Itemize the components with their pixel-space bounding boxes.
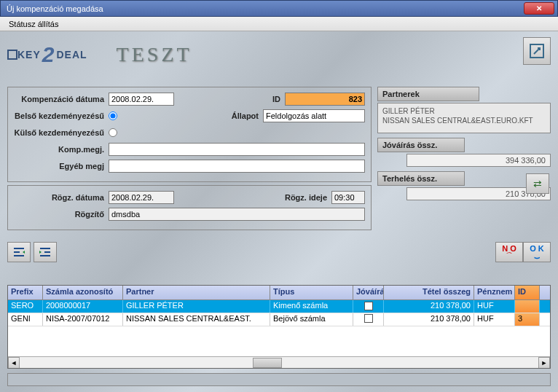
table-row[interactable]: GENINISA-2007/07012NISSAN SALES CENTRAL&… (8, 313, 550, 326)
rec-date-input (109, 191, 174, 204)
indent-left-button[interactable] (7, 242, 31, 262)
col-partner[interactable]: Partner (123, 286, 270, 299)
svg-rect-0 (8, 50, 17, 59)
status-input[interactable] (263, 109, 365, 122)
logo-row: KEY2DEAL TESZT (7, 37, 551, 72)
data-grid[interactable]: Prefix Számla azonosító Partner Típus Jó… (7, 285, 551, 369)
col-currency[interactable]: Pénznem (474, 286, 515, 299)
credit-amount: 394 336,00 (406, 154, 551, 167)
id-input[interactable] (285, 93, 365, 106)
statusbar (7, 373, 551, 386)
col-amount[interactable]: Tétel összeg (384, 286, 474, 299)
toolbar: N O⌒ O K‿ (7, 242, 551, 262)
partner-item: GILLER PÉTER (382, 106, 546, 116)
col-prefix[interactable]: Prefix (8, 286, 43, 299)
recorder-label: Rögzítő (14, 210, 109, 219)
rec-date-label: Rögz. dátuma (14, 193, 109, 202)
partners-list: GILLER PÉTER NISSAN SALES CENTRAL&EAST.E… (377, 103, 551, 133)
col-credit[interactable]: Jóváírá (353, 286, 384, 299)
internal-radio[interactable] (109, 111, 117, 120)
col-type[interactable]: Típus (270, 286, 353, 299)
external-radio[interactable] (109, 128, 117, 137)
partner-item: NISSAN SALES CENTRAL&EAST.EURO.KFT (382, 116, 546, 125)
window-title: Új kompenzáció megadása (4, 4, 524, 13)
other-note-label: Egyéb megj (14, 162, 109, 170)
date-label: Kompenzáció dátuma (14, 95, 109, 103)
id-label: ID (263, 95, 285, 103)
partners-header: Partnerek (377, 87, 479, 101)
debit-header: Terhelés össz. (377, 171, 465, 186)
ok-button[interactable]: O K‿ (523, 242, 551, 262)
horizontal-scrollbar[interactable]: ◄ ► (8, 356, 550, 368)
key2deal-logo: KEY2DEAL (7, 42, 87, 67)
internal-label: Belső kezdeményezésű (14, 111, 109, 120)
status-label: Állapot (227, 111, 263, 120)
external-label: Külső kezdeményezésű (14, 128, 109, 137)
comp-note-label: Komp.megj. (14, 145, 109, 154)
rec-time-input (331, 191, 365, 204)
scroll-left-arrow[interactable]: ◄ (8, 357, 20, 369)
rec-time-label: Rögz. ideje (280, 193, 331, 202)
recording-group: Rögz. dátuma Rögz. ideje Rögzítő (7, 185, 372, 230)
workarea: KEY2DEAL TESZT Kompenzáció dátuma ID Bel… (0, 31, 558, 392)
no-button[interactable]: N O⌒ (495, 242, 523, 262)
swap-button[interactable]: ⇄ (526, 173, 549, 194)
col-invoice[interactable]: Számla azonosító (43, 286, 123, 299)
menubar: Státusz állítás (0, 17, 558, 31)
credit-header: Jóváírás össz. (377, 138, 465, 152)
main-group: Kompenzáció dátuma ID Belső kezdeményezé… (7, 87, 372, 182)
teszt-watermark: TESZT (117, 43, 192, 66)
close-button[interactable] (524, 2, 554, 15)
recorder-input (109, 208, 365, 221)
grid-header: Prefix Számla azonosító Partner Típus Jó… (8, 286, 550, 300)
settings-button[interactable] (523, 37, 551, 65)
scroll-thumb[interactable] (253, 358, 282, 368)
scroll-right-arrow[interactable]: ► (538, 357, 550, 369)
comp-note-input[interactable] (109, 143, 365, 156)
titlebar: Új kompenzáció megadása (0, 0, 558, 17)
date-input[interactable] (109, 93, 174, 106)
table-row[interactable]: SERO2008000017GILLER PÉTERKimenő számla✔… (8, 300, 550, 313)
menu-status[interactable]: Státusz állítás (3, 18, 64, 30)
other-note-input[interactable] (109, 160, 365, 173)
col-id[interactable]: ID (515, 286, 540, 299)
indent-right-button[interactable] (34, 242, 57, 262)
